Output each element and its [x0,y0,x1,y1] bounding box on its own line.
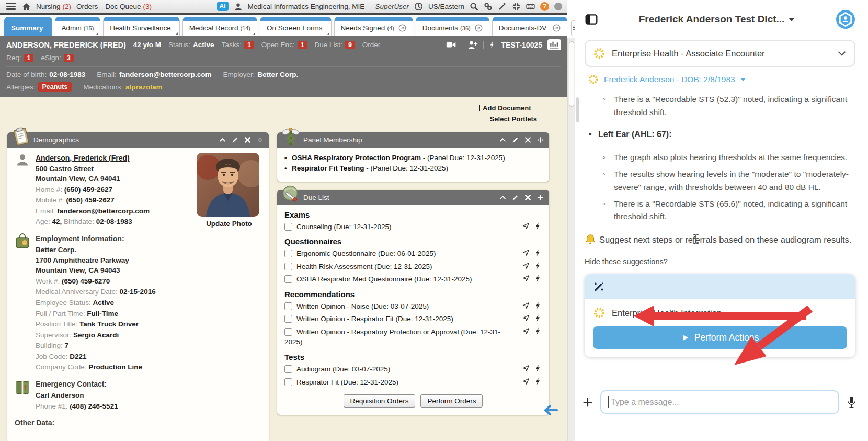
enterprise-health-logo[interactable] [836,9,855,29]
tab[interactable]: On Screen Forms [260,17,332,36]
ai-badge[interactable]: AI [217,2,229,11]
video-camera-icon[interactable] [446,40,456,49]
home-icon[interactable] [22,2,31,11]
collapse-icon[interactable] [219,137,226,143]
move-icon[interactable] [257,137,264,143]
close-icon[interactable] [524,137,531,143]
checkbox[interactable] [284,263,292,270]
hamburger-menu-icon[interactable] [5,2,17,11]
tab[interactable]: Documents-DV [492,17,568,36]
tasks-count-badge[interactable]: 1 [244,41,254,49]
navbar-menu-item[interactable]: Nursing (2) [36,3,71,10]
checkbox[interactable] [284,302,292,310]
keyboard-icon[interactable] [526,2,535,11]
lightning-icon[interactable] [489,40,496,49]
perform-bolt-icon[interactable] [534,314,542,322]
perform-bolt-icon[interactable] [534,249,542,256]
order-link[interactable]: Order [362,41,381,49]
perform-bolt-icon[interactable] [534,275,542,282]
checkbox[interactable] [284,315,292,323]
checkbox[interactable] [284,378,292,386]
checkbox[interactable] [284,223,292,231]
navbar-menu-item[interactable]: Orders [76,3,100,10]
perform-bolt-icon[interactable] [534,365,542,372]
perform-actions-button[interactable]: Perform Actions [593,326,847,349]
patient-context-link[interactable]: Frederick Anderson - DOB: 2/8/1983 [588,74,855,85]
user-icon [234,2,243,11]
perform-orders-button[interactable]: Perform Orders [420,394,483,408]
chart-id[interactable]: TEST-10025 [501,41,542,49]
send-icon[interactable] [522,249,530,256]
collapse-icon[interactable] [499,194,506,201]
collapse-panel-arrow[interactable] [543,404,558,416]
tab[interactable]: Summary [4,17,52,36]
perform-bolt-icon[interactable] [534,378,542,385]
search-icon[interactable] [470,2,478,11]
requisition-orders-button[interactable]: Requisition Orders [344,394,416,408]
perform-bolt-icon[interactable] [534,262,542,269]
add-person-icon[interactable] [467,40,478,49]
checkbox[interactable] [284,250,292,257]
conversation-selector[interactable]: Frederick Anderson Test Dict... [598,14,836,25]
allergy-badge[interactable]: Peanuts [38,82,72,92]
req-count-badge[interactable]: 1 [24,54,34,62]
plus-icon[interactable] [583,397,593,408]
tab[interactable]: Needs Signed (4) [334,17,413,36]
gear-icon [593,47,606,60]
tab[interactable]: Medical Record (14) [182,17,257,36]
send-icon[interactable] [522,262,530,269]
edit-icon[interactable] [232,137,238,143]
patient-name-link[interactable]: Anderson, Frederick (Fred) [36,154,130,162]
patient-photo[interactable] [197,153,259,217]
flowsheet-chart-icon[interactable] [547,39,561,50]
send-icon[interactable] [522,327,530,335]
checkbox[interactable] [284,365,292,373]
scrollbar-thumb[interactable] [569,41,574,107]
perform-bolt-icon[interactable] [534,302,542,309]
external-link-icon[interactable] [553,24,561,32]
send-icon[interactable] [522,222,530,230]
send-icon[interactable] [522,365,530,372]
collapse-icon[interactable] [499,137,506,143]
checkbox[interactable] [284,328,292,336]
close-icon[interactable] [524,194,531,201]
encounter-card[interactable]: Enterprise Health - Associate Encounter [585,40,855,67]
hide-suggestions-link[interactable]: Hide these suggestions? [585,257,855,266]
external-link-icon[interactable] [398,24,406,32]
help-icon[interactable]: ? [540,2,549,11]
select-portlets-link[interactable]: Select Portlets [490,115,537,123]
update-photo-link[interactable]: Update Photo [206,220,252,228]
due-list-count-badge[interactable]: 9 [345,41,355,49]
edit-icon[interactable] [512,137,519,143]
microphone-icon[interactable] [847,395,856,409]
tab[interactable]: Health Surveillance [103,17,179,36]
send-icon[interactable] [522,275,530,282]
edit-icon[interactable] [512,194,519,201]
tasks-label: Tasks: [222,41,242,49]
send-icon[interactable] [522,302,530,309]
open-enc-count-badge[interactable]: 1 [298,41,307,49]
wand-icon[interactable] [498,2,507,11]
perform-bolt-icon[interactable] [534,327,542,335]
add-document-link[interactable]: Add Document [483,104,531,112]
tab[interactable]: Documents (36) [416,17,489,36]
send-icon[interactable] [522,378,530,385]
link-icon[interactable] [484,2,493,11]
message-input[interactable] [600,390,839,414]
clock-icon[interactable] [414,2,423,11]
esign-count-badge[interactable]: 3 [64,54,74,62]
chevron-down-icon[interactable] [837,48,847,59]
send-icon[interactable] [522,314,530,322]
close-icon[interactable] [244,137,251,143]
move-icon[interactable] [537,194,544,201]
panel-scrollbar-thumb[interactable] [576,97,579,122]
tab[interactable]: Admin (15) [55,17,101,36]
move-icon[interactable] [537,137,544,143]
perform-bolt-icon[interactable] [534,222,542,230]
checkbox[interactable] [284,275,292,283]
panel-toggle-icon[interactable] [585,13,598,26]
navbar-menu-item[interactable]: Doc Queue (3) [105,3,152,10]
external-link-icon[interactable] [475,24,483,32]
globe-icon[interactable] [512,2,521,11]
medication-value[interactable]: alprazolam [125,83,163,91]
